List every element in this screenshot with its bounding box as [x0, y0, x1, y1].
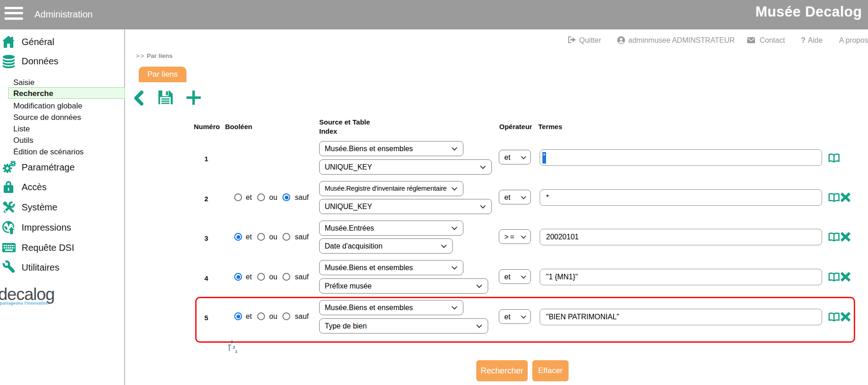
svg-text:3: 3 — [231, 340, 233, 344]
svg-text:1: 1 — [235, 349, 237, 354]
